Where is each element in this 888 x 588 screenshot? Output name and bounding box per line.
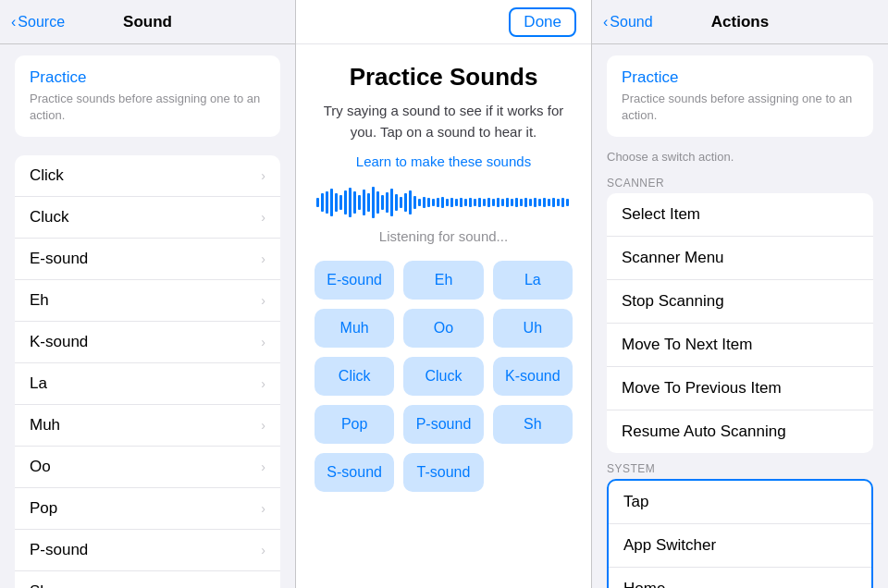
list-item[interactable]: P-sound› xyxy=(15,530,280,571)
svg-rect-53 xyxy=(561,198,564,207)
svg-rect-47 xyxy=(534,198,536,207)
right-title: Actions xyxy=(711,13,769,31)
svg-rect-23 xyxy=(423,197,426,208)
scanner-item[interactable]: Move To Next Item xyxy=(607,324,873,367)
svg-rect-20 xyxy=(409,190,412,214)
sound-button[interactable]: P-sound xyxy=(403,405,483,444)
system-item[interactable]: Tap xyxy=(609,481,871,524)
svg-rect-43 xyxy=(515,198,518,207)
svg-rect-4 xyxy=(335,193,338,212)
system-item[interactable]: App Switcher xyxy=(609,524,871,568)
list-item[interactable]: Click› xyxy=(15,155,280,197)
svg-rect-49 xyxy=(543,198,546,207)
item-label: Cluck xyxy=(30,208,69,227)
svg-rect-3 xyxy=(330,189,333,216)
list-item[interactable]: Pop› xyxy=(15,488,280,530)
list-item[interactable]: E-sound› xyxy=(15,239,280,280)
svg-rect-21 xyxy=(413,196,416,209)
left-title: Sound xyxy=(123,13,172,31)
svg-rect-50 xyxy=(548,199,550,206)
svg-rect-10 xyxy=(363,190,365,215)
right-back-button[interactable]: ‹ Sound xyxy=(603,14,653,31)
svg-rect-37 xyxy=(487,198,490,207)
middle-panel: Done Practice Sounds Try saying a sound … xyxy=(296,0,592,588)
sound-button[interactable]: Eh xyxy=(403,261,483,300)
chevron-icon: › xyxy=(261,459,265,474)
left-back-button[interactable]: ‹ Source xyxy=(11,14,65,31)
sound-button[interactable]: Click xyxy=(314,357,394,396)
scanner-item[interactable]: Move To Previous Item xyxy=(607,367,873,410)
item-label: Oo xyxy=(30,458,51,476)
scanner-item[interactable]: Scanner Menu xyxy=(607,237,873,280)
sounds-grid: E-soundEhLaMuhOoUhClickCluckK-soundPopP-… xyxy=(314,261,573,492)
sound-button[interactable]: Muh xyxy=(314,309,394,348)
sound-button[interactable]: Cluck xyxy=(403,357,483,396)
svg-rect-38 xyxy=(492,199,495,206)
svg-rect-5 xyxy=(339,195,342,210)
scanner-item[interactable]: Stop Scanning xyxy=(607,280,873,324)
sound-button[interactable]: E-sound xyxy=(314,261,394,300)
svg-rect-46 xyxy=(529,199,532,206)
learn-link[interactable]: Learn to make these sounds xyxy=(356,153,531,169)
svg-rect-39 xyxy=(497,198,500,207)
svg-rect-48 xyxy=(538,199,541,206)
practice-sounds-desc: Try saying a sound to see if it works fo… xyxy=(314,101,573,142)
sound-button[interactable]: K-sound xyxy=(493,357,573,396)
svg-rect-44 xyxy=(520,199,523,206)
svg-rect-16 xyxy=(390,189,393,216)
svg-rect-9 xyxy=(358,195,361,210)
chevron-icon: › xyxy=(261,251,265,266)
chevron-icon: › xyxy=(261,376,265,391)
svg-rect-28 xyxy=(446,199,449,206)
svg-rect-24 xyxy=(427,198,430,207)
chevron-icon: › xyxy=(261,210,265,225)
sound-button[interactable]: Pop xyxy=(314,405,394,444)
svg-rect-54 xyxy=(566,199,569,206)
choose-action-label: Choose a switch action. xyxy=(592,141,888,167)
item-label: Eh xyxy=(30,291,49,310)
svg-rect-13 xyxy=(376,191,379,214)
svg-rect-42 xyxy=(511,199,513,206)
svg-rect-26 xyxy=(437,198,439,207)
scanner-item[interactable]: Select Item xyxy=(607,193,873,237)
sound-button[interactable]: Sh xyxy=(493,405,573,444)
list-item[interactable]: K-sound› xyxy=(15,322,280,363)
right-chevron-icon: ‹ xyxy=(603,14,608,31)
sound-button[interactable]: Uh xyxy=(493,309,573,348)
svg-rect-31 xyxy=(460,198,462,207)
list-item[interactable]: La› xyxy=(15,363,280,405)
list-item[interactable]: Cluck› xyxy=(15,197,280,239)
chevron-icon: › xyxy=(261,418,265,433)
item-label: Click xyxy=(30,166,64,185)
left-chevron-icon: ‹ xyxy=(11,14,16,31)
right-practice-title: Practice xyxy=(622,68,858,87)
svg-rect-11 xyxy=(367,193,370,212)
scanner-item[interactable]: Resume Auto Scanning xyxy=(607,410,873,453)
svg-rect-0 xyxy=(316,198,319,207)
sound-button[interactable]: T-sound xyxy=(403,453,483,492)
scanner-section-label: SCANNER xyxy=(592,167,888,193)
svg-rect-30 xyxy=(455,199,458,206)
svg-rect-12 xyxy=(372,187,375,218)
system-item[interactable]: Home xyxy=(609,568,871,588)
done-button[interactable]: Done xyxy=(509,7,576,37)
left-practice-card[interactable]: Practice Practice sounds before assignin… xyxy=(15,55,280,137)
list-item[interactable]: Muh› xyxy=(15,405,280,447)
right-practice-card[interactable]: Practice Practice sounds before assignin… xyxy=(607,55,873,137)
svg-rect-32 xyxy=(464,199,467,206)
item-label: La xyxy=(30,374,47,393)
chevron-icon: › xyxy=(261,501,265,516)
item-label: P-sound xyxy=(30,541,88,559)
chevron-icon: › xyxy=(261,584,265,588)
list-item[interactable]: Oo› xyxy=(15,447,280,488)
sound-button[interactable]: S-sound xyxy=(314,453,394,492)
svg-rect-25 xyxy=(432,199,435,206)
list-item[interactable]: Sh› xyxy=(15,571,280,588)
svg-rect-6 xyxy=(344,190,347,214)
list-item[interactable]: Eh› xyxy=(15,280,280,322)
item-label: Muh xyxy=(30,416,60,435)
sound-button[interactable]: Oo xyxy=(403,309,483,348)
sound-button[interactable]: La xyxy=(493,261,573,300)
svg-rect-22 xyxy=(418,199,421,206)
middle-content: Practice Sounds Try saying a sound to se… xyxy=(296,0,591,492)
